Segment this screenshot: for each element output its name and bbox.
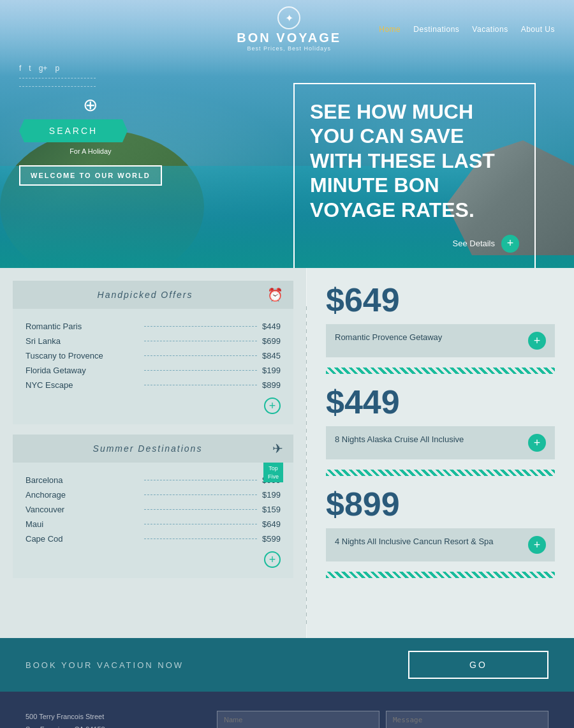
list-item: Vancouver $159 (26, 502, 281, 517)
right-panel: $649 Romantic Provence Getaway + $449 8 … (307, 268, 574, 638)
destination-name: Vancouver (26, 505, 139, 514)
offer-card-name-3: 4 Nights All Inclusive Cancun Resort & S… (335, 536, 523, 547)
offer-dots (144, 326, 258, 327)
offer-price: $449 (262, 322, 281, 331)
striped-bar-3 (326, 572, 555, 578)
offer-dots (144, 524, 258, 524)
facebook-icon[interactable]: f (19, 64, 21, 73)
offer-card-name-2: 8 Nights Alaska Cruise All Inclusive (335, 434, 523, 445)
plane-icon: ✈ (272, 441, 283, 456)
brand-name: BON VOYAGE (199, 31, 379, 45)
logo: ✦ BON VOYAGE Best Prices, Best Holidays (199, 6, 379, 52)
binoculars-icon: ⊕ (19, 94, 162, 115)
offer-2-plus-button[interactable]: + (528, 434, 546, 452)
offer-name: Tuscany to Provence (26, 351, 139, 360)
book-now-text: BOOK YOUR VACATION NOW (26, 660, 383, 670)
offer-price: $845 (262, 351, 281, 360)
striped-bar-1 (326, 368, 555, 374)
promo-box: SEE HOW MUCH YOU CAN SAVE WITH THESE LAS… (293, 83, 536, 268)
social-icons-row: f t g+ p (19, 64, 162, 73)
list-item: Barcelona $999 (26, 473, 281, 487)
address-line-1: 500 Terry Francois Street (26, 711, 191, 724)
name-input[interactable] (217, 711, 379, 728)
list-item: Anchorage $199 (26, 487, 281, 502)
offer-1-plus-button[interactable]: + (528, 332, 546, 350)
pinterest-icon[interactable]: p (55, 64, 59, 73)
destination-name: Cape Cod (26, 534, 139, 544)
welcome-box: WELCOME TO OUR WORLD (19, 165, 162, 186)
see-details-row: See Details + (310, 235, 519, 253)
nav-about[interactable]: About Us (521, 25, 555, 34)
top-five-badge: Top Five (263, 463, 283, 482)
offer-name: Sri Lanka (26, 336, 139, 346)
nav-links: Home Destinations Vacations About Us (379, 25, 555, 34)
brand-tagline: Best Prices, Best Holidays (199, 45, 379, 52)
destination-price: $159 (262, 505, 281, 514)
hero-left-sidebar: f t g+ p ⊕ SEARCH For A Holiday WELCOME … (19, 64, 162, 186)
list-item: Florida Getaway $199 (26, 363, 281, 378)
destination-price: $199 (262, 490, 281, 500)
offer-dots (144, 539, 258, 539)
offer-dots (144, 494, 258, 495)
main-content: Handpicked Offers ⏰ Romantic Paris $449 … (0, 268, 574, 638)
offer-dots (144, 385, 258, 385)
alarm-icon: ⏰ (267, 287, 283, 302)
offer-price: $899 (262, 380, 281, 390)
add-offers-button[interactable]: + (264, 397, 281, 414)
destination-name: Maui (26, 519, 139, 529)
destination-name: Anchorage (26, 490, 139, 500)
footer-form: Send (217, 711, 548, 728)
list-item: NYC Escape $899 (26, 378, 281, 392)
striped-bar-2 (326, 470, 555, 476)
offer-3-plus-button[interactable]: + (528, 536, 546, 554)
see-details-button[interactable]: + (501, 235, 519, 253)
destination-name: Barcelona (26, 475, 139, 485)
offer-dots (144, 509, 258, 510)
dashed-divider-2 (19, 86, 96, 87)
offer-card-2: 8 Nights Alaska Cruise All Inclusive + (326, 426, 555, 459)
offer-name: Romantic Paris (26, 322, 139, 331)
list-item: Romantic Paris $449 (26, 319, 281, 334)
offer-price: $699 (262, 336, 281, 346)
footer: 500 Terry Francois Street San Francisco,… (0, 692, 574, 728)
googleplus-icon[interactable]: g+ (39, 64, 48, 73)
list-item: Maui $649 (26, 517, 281, 531)
search-button[interactable]: SEARCH (19, 119, 128, 142)
nav-vacations[interactable]: Vacations (472, 25, 508, 34)
summer-section: Summer Destinations ✈ Top Five Barcelona… (13, 435, 293, 578)
handpicked-header: Handpicked Offers ⏰ (13, 281, 293, 309)
offer-name: NYC Escape (26, 380, 139, 390)
message-input[interactable] (386, 711, 548, 728)
offer-card-1: Romantic Provence Getaway + (326, 324, 555, 357)
destination-price: $599 (262, 534, 281, 544)
summer-title: Summer Destinations (23, 443, 272, 454)
add-destinations-button-row: + (26, 551, 281, 568)
go-button[interactable]: GO (408, 651, 548, 679)
destination-price: $649 (262, 519, 281, 529)
hero-section: ✦ BON VOYAGE Best Prices, Best Holidays … (0, 0, 574, 268)
compass-icon: ✦ (277, 6, 300, 29)
list-item: Tuscany to Provence $845 (26, 348, 281, 363)
promo-title: SEE HOW MUCH YOU CAN SAVE WITH THESE LAS… (310, 100, 519, 222)
add-button-row: + (26, 397, 281, 414)
offer-dots (144, 480, 258, 480)
offer-dots (144, 341, 258, 341)
offer-name: Florida Getaway (26, 366, 139, 375)
offer-card-name-1: Romantic Provence Getaway (335, 332, 523, 343)
address-line-2: San Francisco, CA 94158 (26, 724, 191, 728)
nav-home[interactable]: Home (379, 25, 401, 34)
dashed-divider (19, 78, 96, 78)
footer-address: 500 Terry Francois Street San Francisco,… (26, 711, 191, 728)
offer-dots (144, 355, 258, 356)
navigation: ✦ BON VOYAGE Best Prices, Best Holidays … (0, 0, 574, 58)
for-holiday-label: For A Holiday (19, 147, 162, 155)
nav-destinations[interactable]: Destinations (413, 25, 459, 34)
add-destinations-button[interactable]: + (264, 551, 281, 568)
form-right-column: Send (386, 711, 548, 728)
price-2: $449 (326, 383, 555, 421)
twitter-icon[interactable]: t (29, 64, 31, 73)
price-3: $899 (326, 485, 555, 523)
see-details-text: See Details (453, 239, 495, 248)
offer-price: $199 (262, 366, 281, 375)
book-now-section: BOOK YOUR VACATION NOW GO (0, 638, 574, 692)
